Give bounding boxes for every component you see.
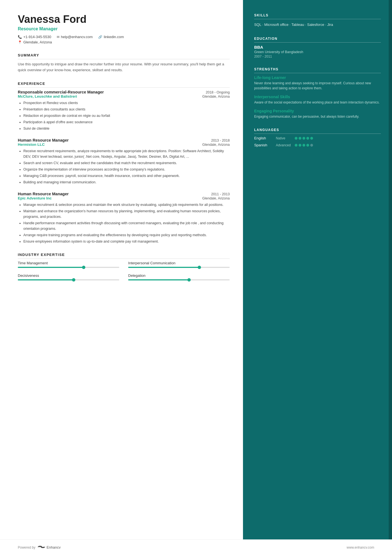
bullet: Manage recruitment & selection process a… — [23, 202, 230, 208]
skill-item-interpersonal: Interpersonal Communication — [128, 261, 230, 268]
exp-company-1: McClure, Leuschke and Balistreri — [18, 94, 77, 98]
skill-label-3: Delegation — [128, 273, 230, 278]
strength-item-1: Interpersonal Skills Aware of the social… — [254, 95, 381, 105]
exp-bullets-3: Manage recruitment & selection process a… — [18, 202, 230, 244]
exp-title-3: Human Resource Manager — [18, 192, 69, 196]
bullet: Organize the implementation of interview… — [23, 167, 230, 172]
sidebar-skills-title: SKILLS — [254, 13, 381, 19]
phone-item: 📞 +1-914-345-5530 — [18, 35, 51, 39]
exp-entry-2: Human Resource Manager 2013 - 2018 Hermi… — [18, 138, 230, 185]
skill-bar-fill-3 — [128, 279, 189, 280]
dot — [302, 137, 305, 140]
skill-bar-bg-2 — [18, 279, 119, 280]
lang-dots-spanish — [295, 144, 313, 147]
skill-label-2: Decisiveness — [18, 273, 119, 278]
footer-website: www.enhancv.com — [347, 546, 374, 549]
exp-entry-1: Responsable commercial-Resource Manager … — [18, 90, 230, 131]
logo-icon — [38, 545, 45, 550]
experience-section: EXPERIENCE Responsable commercial-Resour… — [18, 82, 230, 244]
sidebar-education-title: EDUCATION — [254, 37, 381, 43]
resume-wrapper: Vanessa Ford Resource Manager 📞 +1-914-3… — [0, 0, 392, 555]
exp-bullets-1: Prospection et Rendez-vous clients Prése… — [18, 100, 230, 131]
candidate-name: Vanessa Ford — [18, 13, 230, 25]
exp-sub-3: Epic Adventure Inc Glendale, Arizona — [18, 196, 230, 200]
brand-name: Enhancv — [46, 545, 61, 549]
lang-level-spanish: Advanced — [276, 143, 292, 147]
strength-desc-1: Aware of the social expectations of the … — [254, 100, 381, 105]
link-icon: 🔗 — [98, 35, 102, 39]
dot-empty — [310, 144, 313, 147]
lang-item-spanish: Spanish Advanced — [254, 143, 381, 147]
skill-label-0: Time Management — [18, 261, 119, 265]
lang-dots-english — [295, 137, 313, 140]
exp-header-1: Responsable commercial-Resource Manager … — [18, 90, 230, 94]
industry-expertise-title: INDUSTRY EXPERTISE — [18, 253, 230, 259]
lang-level-english: Native — [276, 136, 292, 140]
location-row: 📍 Glendale, Arizona — [18, 40, 230, 44]
bullet: Arrange require training programs and ev… — [23, 232, 230, 238]
bullet: Suivi de clientèle — [23, 126, 230, 131]
skill-bar-dot-1 — [198, 266, 201, 269]
job-title: Resource Manager — [18, 26, 230, 31]
skill-bar-dot-3 — [187, 278, 191, 282]
teal-accent-bar — [389, 0, 392, 539]
lang-name-english: English — [254, 136, 274, 140]
location-icon: 📍 — [18, 40, 22, 44]
exp-header-3: Human Resource Manager 2011 - 2013 — [18, 192, 230, 196]
sidebar-strengths-section: STRENGTHS Life-long Learner Never done l… — [254, 67, 381, 119]
edu-school: Green University of Bangladesh — [254, 50, 381, 54]
summary-section: SUMMARY Use this opportunity to intrigue… — [18, 53, 230, 73]
skill-item-delegation: Delegation — [128, 273, 230, 280]
bullet: Ensure employees information system is u… — [23, 239, 230, 244]
dot — [306, 144, 309, 147]
exp-sub-1: McClure, Leuschke and Balistreri Glendal… — [18, 94, 230, 98]
edu-years: 2007 - 2011 — [254, 55, 381, 58]
dot — [306, 137, 309, 140]
skill-bar-bg-0 — [18, 267, 119, 268]
website-item: 🔗 linkedin.com — [98, 35, 124, 39]
exp-entry-3: Human Resource Manager 2011 - 2013 Epic … — [18, 192, 230, 244]
summary-title: SUMMARY — [18, 53, 230, 59]
enhancv-logo: Enhancv — [38, 545, 61, 550]
bullet: Building and managing internal communica… — [23, 179, 230, 185]
exp-title-2: Human Resource Manager — [18, 138, 69, 142]
dot — [299, 144, 301, 147]
exp-location-2: Glendale, Arizona — [202, 143, 230, 147]
experience-title: EXPERIENCE — [18, 82, 230, 88]
strength-name-0: Life-long Learner — [254, 75, 381, 80]
email-icon: ✉ — [57, 35, 59, 39]
summary-text: Use this opportunity to intrigue and dra… — [18, 61, 230, 73]
strength-name-1: Interpersonal Skills — [254, 95, 381, 99]
right-sidebar: SKILLS SQL · Microsoft office · Tableau … — [243, 0, 392, 539]
exp-dates-2: 2013 - 2018 — [211, 139, 230, 142]
skill-bar-fill-0 — [18, 267, 84, 268]
skill-item-time-management: Time Management — [18, 261, 119, 268]
dot — [299, 137, 301, 140]
skill-bar-bg-1 — [128, 267, 230, 268]
contact-info: 📞 +1-914-345-5530 ✉ help@enhancv.com 🔗 l… — [18, 35, 230, 39]
lang-name-spanish: Spanish — [254, 143, 274, 147]
exp-company-3: Epic Adventure Inc — [18, 196, 52, 200]
sidebar-skills-section: SKILLS SQL · Microsoft office · Tableau … — [254, 13, 381, 28]
bullet: Participation à appel d'offre avec soute… — [23, 119, 230, 125]
skill-bar-fill-2 — [18, 279, 74, 280]
strength-desc-0: Never done learning and always seeking t… — [254, 81, 381, 91]
skill-label-1: Interpersonal Communication — [128, 261, 230, 265]
bullet: Managing C&B processes: payroll, social … — [23, 173, 230, 179]
skill-bar-bg-3 — [128, 279, 230, 280]
resume-body: Vanessa Ford Resource Manager 📞 +1-914-3… — [0, 0, 392, 539]
strength-name-2: Engaging Personality — [254, 109, 381, 113]
exp-location-1: Glendale, Arizona — [202, 95, 230, 98]
dot — [310, 137, 313, 140]
skill-item-decisiveness: Decisiveness — [18, 273, 119, 280]
dot — [295, 137, 297, 140]
exp-header-2: Human Resource Manager 2013 - 2018 — [18, 138, 230, 142]
email-item: ✉ help@enhancv.com — [57, 35, 93, 39]
website-url: linkedin.com — [104, 35, 124, 39]
dot — [295, 144, 297, 147]
skills-tags: SQL · Microsoft office · Tableau · Sales… — [254, 21, 381, 28]
footer-left: Powered by Enhancv — [18, 545, 61, 550]
bullet: Présentation des consultants aux clients — [23, 107, 230, 112]
exp-sub-2: Hermiston LLC Glendale, Arizona — [18, 142, 230, 147]
industry-expertise-section: INDUSTRY EXPERTISE Time Management Inter… — [18, 253, 230, 280]
